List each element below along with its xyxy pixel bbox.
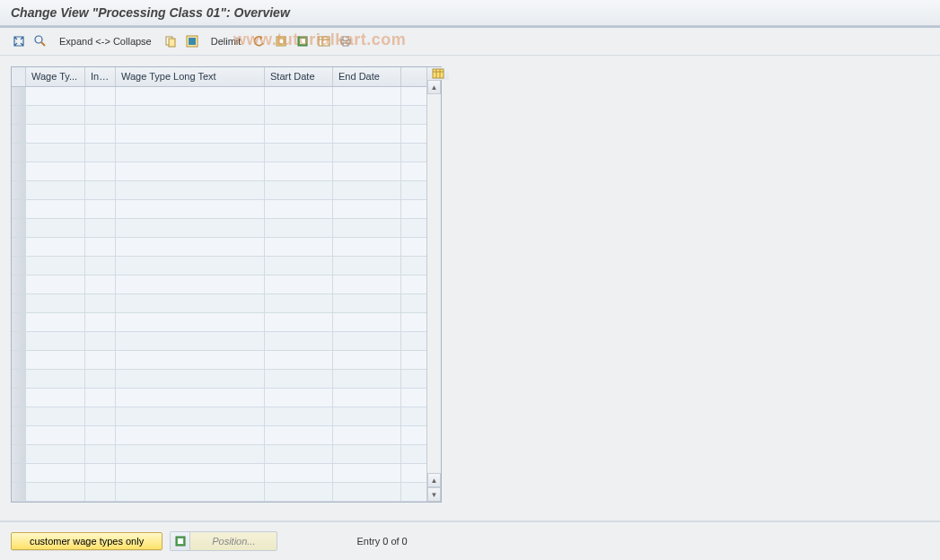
cell-wage-type[interactable] — [26, 426, 85, 444]
cell-end-date[interactable] — [333, 238, 401, 256]
cell-inf[interactable] — [85, 257, 116, 275]
table-row[interactable] — [12, 407, 426, 426]
find-icon[interactable] — [32, 33, 48, 49]
col-start-date[interactable]: Start Date — [265, 67, 333, 86]
cell-wage-type-long[interactable] — [116, 445, 265, 463]
cell-start-date[interactable] — [265, 351, 333, 369]
customer-wage-types-button[interactable]: customer wage types only — [11, 532, 163, 550]
table-row[interactable] — [12, 294, 426, 313]
cell-inf[interactable] — [85, 426, 116, 444]
cell-inf[interactable] — [85, 483, 116, 501]
table-row[interactable] — [12, 464, 426, 483]
cell-wage-type[interactable] — [26, 313, 85, 331]
row-selector[interactable] — [12, 426, 26, 444]
cell-inf[interactable] — [85, 200, 116, 218]
cell-inf[interactable] — [85, 238, 116, 256]
col-wage-type[interactable]: Wage Ty... — [26, 67, 85, 86]
table-row[interactable] — [12, 200, 426, 219]
cell-wage-type-long[interactable] — [116, 370, 265, 388]
cell-start-date[interactable] — [265, 294, 333, 312]
table-row[interactable] — [12, 162, 426, 181]
cell-wage-type[interactable] — [26, 464, 85, 482]
table-row[interactable] — [12, 219, 426, 238]
row-selector[interactable] — [12, 370, 26, 388]
scroll-up-button[interactable]: ▲ — [427, 80, 441, 94]
cell-inf[interactable] — [85, 445, 116, 463]
row-selector[interactable] — [12, 483, 26, 501]
cell-wage-type-long[interactable] — [116, 200, 265, 218]
cell-end-date[interactable] — [333, 125, 401, 143]
cell-end-date[interactable] — [333, 389, 401, 407]
cell-end-date[interactable] — [333, 87, 401, 105]
cell-start-date[interactable] — [265, 389, 333, 407]
cell-inf[interactable] — [85, 144, 116, 162]
select-all-header[interactable] — [12, 67, 26, 86]
cell-wage-type-long[interactable] — [116, 181, 265, 199]
cell-end-date[interactable] — [333, 144, 401, 162]
cell-wage-type-long[interactable] — [116, 162, 265, 180]
row-selector[interactable] — [12, 87, 26, 105]
cell-start-date[interactable] — [265, 445, 333, 463]
toggle-view-icon[interactable] — [11, 33, 27, 49]
cell-start-date[interactable] — [265, 257, 333, 275]
cell-wage-type[interactable] — [26, 294, 85, 312]
cell-wage-type-long[interactable] — [116, 276, 265, 293]
cell-wage-type-long[interactable] — [116, 257, 265, 275]
cell-start-date[interactable] — [265, 200, 333, 218]
row-selector[interactable] — [12, 200, 26, 218]
cell-wage-type-long[interactable] — [116, 294, 265, 312]
select-block-icon[interactable] — [273, 33, 289, 49]
cell-end-date[interactable] — [333, 332, 401, 350]
row-selector[interactable] — [12, 445, 26, 463]
table-row[interactable] — [12, 238, 426, 257]
row-selector[interactable] — [12, 219, 26, 237]
cell-wage-type-long[interactable] — [116, 219, 265, 237]
table-row[interactable] — [12, 106, 426, 125]
cell-wage-type[interactable] — [26, 87, 85, 105]
cell-start-date[interactable] — [265, 313, 333, 331]
cell-start-date[interactable] — [265, 144, 333, 162]
row-selector[interactable] — [12, 351, 26, 369]
cell-start-date[interactable] — [265, 370, 333, 388]
copy-icon[interactable] — [163, 33, 179, 49]
cell-wage-type-long[interactable] — [116, 125, 265, 143]
cell-end-date[interactable] — [333, 483, 401, 501]
row-selector[interactable] — [12, 257, 26, 275]
cell-end-date[interactable] — [333, 257, 401, 275]
table-row[interactable] — [12, 181, 426, 200]
cell-end-date[interactable] — [333, 370, 401, 388]
row-selector[interactable] — [12, 389, 26, 407]
cell-wage-type-long[interactable] — [116, 332, 265, 350]
cell-start-date[interactable] — [265, 219, 333, 237]
cell-inf[interactable] — [85, 162, 116, 180]
table-row[interactable] — [12, 332, 426, 351]
cell-end-date[interactable] — [333, 464, 401, 482]
cell-inf[interactable] — [85, 125, 116, 143]
table-row[interactable] — [12, 351, 426, 370]
cell-end-date[interactable] — [333, 426, 401, 444]
cell-wage-type-long[interactable] — [116, 238, 265, 256]
table-row[interactable] — [12, 125, 426, 144]
cell-wage-type-long[interactable] — [116, 464, 265, 482]
table-row[interactable] — [12, 87, 426, 106]
row-selector[interactable] — [12, 181, 26, 199]
cell-end-date[interactable] — [333, 200, 401, 218]
cell-start-date[interactable] — [265, 407, 333, 425]
cell-end-date[interactable] — [333, 294, 401, 312]
cell-start-date[interactable] — [265, 332, 333, 350]
configure-columns-icon[interactable] — [427, 67, 449, 80]
cell-end-date[interactable] — [333, 219, 401, 237]
col-end-date[interactable]: End Date — [333, 67, 401, 86]
cell-wage-type[interactable] — [26, 238, 85, 256]
cell-end-date[interactable] — [333, 351, 401, 369]
table-row[interactable] — [12, 426, 426, 445]
cell-end-date[interactable] — [333, 445, 401, 463]
cell-start-date[interactable] — [265, 238, 333, 256]
cell-wage-type-long[interactable] — [116, 389, 265, 407]
cell-inf[interactable] — [85, 351, 116, 369]
cell-wage-type[interactable] — [26, 483, 85, 501]
row-selector[interactable] — [12, 276, 26, 293]
cell-end-date[interactable] — [333, 407, 401, 425]
row-selector[interactable] — [12, 313, 26, 331]
select-all-icon[interactable] — [184, 33, 200, 49]
